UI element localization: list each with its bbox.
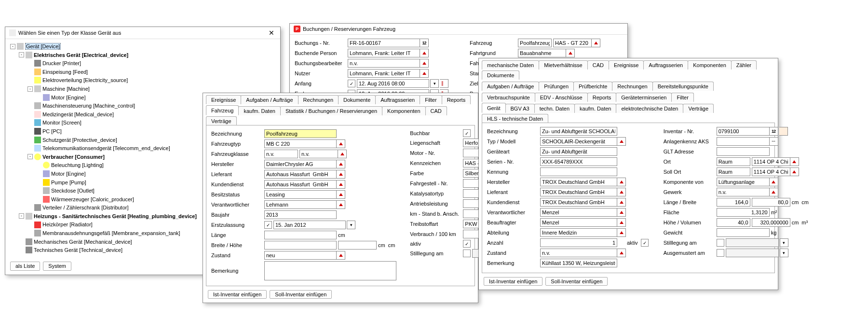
text-field[interactable] (540, 178, 617, 186)
checkbox[interactable] (463, 250, 471, 257)
tab[interactable]: Komponenten (382, 106, 426, 115)
tab[interactable]: Prüfungen (539, 82, 574, 91)
tab[interactable]: HLS - technische Daten (482, 114, 548, 123)
lookup-button[interactable] (617, 218, 626, 227)
text-field[interactable] (357, 79, 429, 88)
text-field[interactable] (540, 218, 617, 227)
tree-toggle[interactable]: - (27, 154, 33, 159)
text-field[interactable] (540, 208, 617, 217)
tab[interactable]: Verträge (683, 104, 714, 113)
tab[interactable]: elektrotechnische Daten (616, 104, 683, 113)
text-field[interactable] (348, 49, 420, 57)
text-field[interactable] (540, 147, 617, 156)
id-button[interactable] (770, 127, 778, 136)
tab[interactable]: Bereitstellungspunkte (652, 82, 714, 91)
tab[interactable]: Mietverhältnisse (539, 60, 587, 69)
tab[interactable]: Filter (420, 95, 442, 104)
date-field[interactable] (726, 249, 779, 257)
tab[interactable]: CAD (425, 106, 447, 115)
text-field[interactable] (540, 259, 617, 267)
lookup-button[interactable] (790, 157, 799, 166)
text-field[interactable] (540, 228, 617, 237)
tab[interactable]: Dokumente (338, 95, 376, 104)
text-field[interactable] (540, 198, 617, 207)
checkbox[interactable] (717, 249, 724, 257)
lookup-button[interactable] (337, 190, 345, 199)
tab[interactable]: Ereignisse (206, 95, 241, 104)
text-field[interactable] (553, 39, 592, 47)
dropdown-button[interactable] (780, 238, 788, 247)
tab[interactable]: Ereignisse (609, 60, 644, 69)
tab[interactable]: EDV - Anschlüsse (535, 93, 588, 102)
calendar-button[interactable] (440, 79, 448, 88)
close-button[interactable]: ✕ (267, 29, 276, 37)
text-field[interactable] (540, 157, 617, 166)
text-field[interactable] (717, 178, 770, 186)
ist-inventar-button[interactable]: Ist-Inventar einfügen (484, 277, 542, 286)
lookup-button[interactable] (337, 180, 345, 189)
tab[interactable]: kaufm. Daten (574, 104, 616, 113)
als-liste-button[interactable]: als Liste (10, 262, 40, 271)
text-field[interactable] (717, 188, 770, 196)
tab[interactable]: BGV A3 (505, 104, 535, 113)
text-field[interactable] (540, 127, 617, 136)
memo-field[interactable] (264, 261, 396, 280)
lookup-button[interactable] (337, 170, 345, 179)
tab[interactable]: Rechnungen (612, 82, 652, 91)
checkbox[interactable]: ✓ (463, 129, 471, 137)
lookup-button[interactable] (617, 198, 626, 207)
lookup-button[interactable] (617, 228, 626, 237)
text-field[interactable] (348, 59, 420, 68)
ist-inventar-button[interactable]: Ist-Inventar einfügen (208, 290, 267, 299)
lookup-button[interactable] (566, 49, 575, 57)
lookup-button[interactable] (420, 49, 429, 57)
system-button[interactable]: System (43, 262, 71, 271)
lookup-button[interactable] (617, 249, 626, 257)
tree-node[interactable]: Einspeisung [Feed] (10, 68, 275, 76)
text-field[interactable] (264, 160, 337, 168)
lookup-button[interactable] (420, 69, 429, 78)
dropdown-button[interactable] (780, 249, 788, 257)
checkbox[interactable]: ✓ (348, 80, 355, 87)
text-field[interactable] (717, 137, 770, 146)
lookup-button[interactable] (617, 137, 626, 146)
text-field[interactable] (348, 69, 420, 78)
soll-inventar-button[interactable]: Soll-Inventar einfügen (270, 290, 332, 299)
date-field[interactable] (726, 238, 779, 247)
text-field[interactable] (717, 147, 770, 156)
text-field[interactable] (717, 167, 750, 176)
text-field[interactable] (540, 167, 617, 176)
lookup-button[interactable] (337, 139, 345, 148)
text-field[interactable] (717, 157, 750, 166)
tab[interactable]: Zähler (731, 60, 757, 69)
text-field[interactable] (264, 150, 298, 158)
lookup-button[interactable] (770, 188, 778, 196)
text-field[interactable] (752, 167, 790, 176)
lookup-button[interactable] (337, 200, 345, 209)
dropdown-button[interactable] (430, 79, 439, 88)
tab[interactable]: Gerät (482, 103, 506, 113)
tab[interactable]: Rechnungen (298, 95, 339, 104)
text-field[interactable] (752, 218, 790, 227)
tree-toggle[interactable]: - (19, 52, 24, 57)
tab[interactable]: Aufgaben / Aufträge (241, 95, 298, 104)
text-field[interactable] (717, 208, 770, 217)
lookup-button[interactable] (617, 178, 626, 186)
tab[interactable]: Geräteterminserien (616, 93, 672, 102)
tab[interactable]: Dokumente (482, 70, 519, 80)
text-field[interactable] (264, 251, 337, 260)
text-field[interactable] (717, 228, 770, 237)
tree-toggle[interactable]: - (27, 86, 33, 92)
tab[interactable]: Filter (671, 93, 693, 102)
dropdown-button[interactable] (347, 221, 355, 229)
tree-toggle[interactable]: - (19, 213, 24, 219)
text-field[interactable] (717, 127, 770, 136)
text-field[interactable] (264, 231, 337, 239)
tree-toggle[interactable]: - (10, 44, 15, 49)
lookup-button[interactable] (420, 59, 429, 68)
text-field[interactable] (717, 218, 750, 227)
text-field[interactable] (264, 200, 337, 209)
tab[interactable]: Fahrzeug (206, 105, 239, 115)
tab[interactable]: Aufgaben / Aufträge (482, 82, 539, 91)
text-field[interactable] (518, 49, 566, 57)
